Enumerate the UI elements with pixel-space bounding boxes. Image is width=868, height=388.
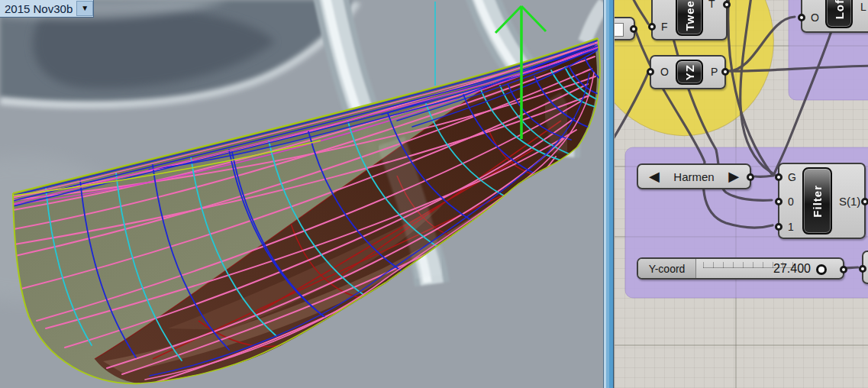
- component-value-list[interactable]: ◀ Harmen ▶: [637, 163, 751, 189]
- value-list-next-icon[interactable]: ▶: [728, 170, 739, 183]
- rhino-grasshopper-window: 2015 Nov30b ▼: [0, 0, 868, 388]
- filter-input-1-pin[interactable]: [775, 223, 782, 231]
- rhino-viewport[interactable]: 2015 Nov30b ▼: [0, 0, 603, 388]
- loft-input-pin[interactable]: [798, 14, 805, 21]
- component-cut-right[interactable]: [862, 251, 868, 284]
- yz-capsule[interactable]: YZ: [676, 60, 703, 85]
- component-tween[interactable]: Tween F T: [651, 0, 728, 40]
- chevron-down-icon: ▼: [81, 5, 89, 12]
- tween-input-pin[interactable]: [648, 23, 656, 31]
- filter-output-label: S(1): [839, 196, 860, 207]
- filter-input-0-pin[interactable]: [775, 198, 782, 205]
- yz-output-label: P: [711, 66, 718, 77]
- component-cut-left[interactable]: [614, 17, 635, 40]
- filter-input-g-pin[interactable]: [775, 173, 782, 181]
- yz-output-pin[interactable]: [721, 68, 729, 76]
- component-yz-plane[interactable]: YZ O P: [650, 55, 726, 89]
- viewport-3d-scene: [0, 0, 603, 388]
- splitter-bar[interactable]: [603, 0, 614, 388]
- panel-icon: [614, 23, 624, 37]
- yz-input-pin[interactable]: [647, 68, 654, 76]
- viewport-tab[interactable]: 2015 Nov30b ▼: [0, 0, 94, 18]
- tween-input-label: F: [661, 21, 668, 32]
- filter-input-1-label: 1: [788, 221, 794, 232]
- loft-input-label: O: [811, 12, 819, 23]
- loft-capsule[interactable]: Loft: [825, 0, 853, 28]
- filter-capsule[interactable]: Filter: [802, 167, 832, 234]
- tween-output-pin[interactable]: [723, 1, 731, 8]
- component-loft[interactable]: Loft O L: [801, 0, 868, 33]
- slider-output-pin[interactable]: [840, 266, 847, 273]
- component-slider[interactable]: Y-coord 27.400: [637, 257, 844, 280]
- value-list-output-pin[interactable]: [747, 173, 754, 181]
- tween-capsule[interactable]: Tween: [676, 0, 703, 36]
- component-stream-filter[interactable]: Filter G 0 1 S(1): [778, 163, 866, 239]
- loft-output-label: L: [860, 2, 866, 12]
- viewport-tab-label: 2015 Nov30b: [5, 2, 73, 15]
- slider-name-label: Y-coord: [638, 259, 696, 278]
- filter-input-0-label: 0: [788, 196, 794, 207]
- filter-input-g-label: G: [788, 172, 796, 183]
- filter-output-pin[interactable]: [861, 198, 868, 205]
- slider-knob[interactable]: [816, 264, 827, 275]
- viewport-tab-dropdown[interactable]: ▼: [76, 1, 93, 16]
- slider-value: 27.400: [773, 262, 811, 276]
- yz-input-label: O: [660, 66, 669, 77]
- input-pin[interactable]: [859, 265, 866, 273]
- grasshopper-canvas[interactable]: Tween F T YZ O P Loft O L Filter G 0 1: [614, 0, 868, 388]
- tween-output-label: T: [708, 0, 715, 9]
- output-pin[interactable]: [630, 25, 637, 33]
